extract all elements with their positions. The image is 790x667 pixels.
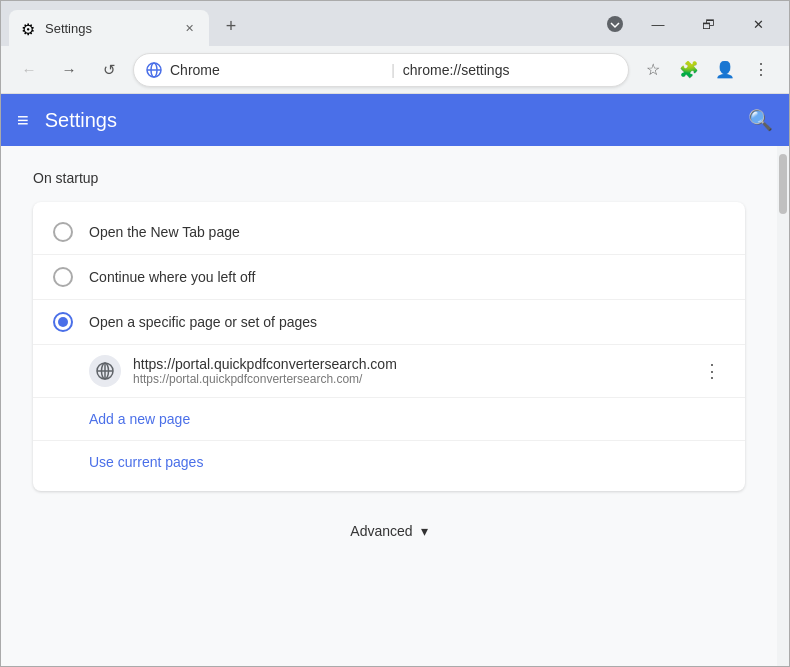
startup-card: Open the New Tab page Continue where you… — [33, 202, 745, 491]
radio-inner-selected — [58, 317, 68, 327]
maximize-button[interactable]: 🗗 — [685, 8, 731, 40]
url-text: chrome://settings — [403, 62, 616, 78]
profile-button[interactable]: 👤 — [709, 54, 741, 86]
add-new-page-text[interactable]: Add a new page — [89, 411, 190, 427]
use-current-pages-link[interactable]: Use current pages — [33, 441, 745, 483]
settings-content: PC On startup Open the New Tab page Cont… — [1, 146, 777, 666]
scrollbar[interactable] — [777, 146, 789, 666]
option-continue[interactable]: Continue where you left off — [33, 255, 745, 299]
url-entry: https://portal.quickpdfconvertersearch.c… — [33, 344, 745, 397]
svg-point-0 — [607, 16, 623, 32]
extensions-button[interactable]: 🧩 — [673, 54, 705, 86]
title-bar: ⚙ Settings ✕ + — 🗗 ✕ — [1, 1, 789, 46]
bookmark-button[interactable]: ☆ — [637, 54, 669, 86]
address-favicon — [146, 62, 162, 78]
minimize-button[interactable]: — — [635, 8, 681, 40]
settings-header-title: Settings — [45, 109, 117, 132]
option-specific[interactable]: Open a specific page or set of pages — [33, 300, 745, 344]
address-divider: | — [391, 62, 395, 78]
url-sub: https://portal.quickpdfconvertersearch.c… — [133, 372, 687, 386]
advanced-section[interactable]: Advanced ▾ — [33, 523, 745, 539]
window-controls: — 🗗 ✕ — [599, 8, 781, 46]
url-menu-button[interactable]: ⋮ — [699, 356, 725, 386]
nav-bar: ← → ↺ Chrome | chrome://settings ☆ 🧩 👤 ⋮ — [1, 46, 789, 94]
settings-header: ≡ Settings 🔍 — [1, 94, 789, 146]
chrome-dropdown-button[interactable] — [599, 8, 631, 40]
address-bar[interactable]: Chrome | chrome://settings — [133, 53, 629, 87]
tab-favicon: ⚙ — [21, 20, 37, 36]
hamburger-icon[interactable]: ≡ — [17, 109, 29, 132]
tab-title: Settings — [45, 21, 173, 36]
active-tab[interactable]: ⚙ Settings ✕ — [9, 10, 209, 46]
radio-continue[interactable] — [53, 267, 73, 287]
content-wrapper: PC On startup Open the New Tab page Cont… — [1, 146, 789, 666]
option-specific-label: Open a specific page or set of pages — [89, 314, 317, 330]
advanced-arrow-icon[interactable]: ▾ — [421, 523, 428, 539]
menu-button[interactable]: ⋮ — [745, 54, 777, 86]
radio-specific[interactable] — [53, 312, 73, 332]
tab-close-button[interactable]: ✕ — [181, 20, 197, 36]
option-continue-label: Continue where you left off — [89, 269, 255, 285]
nav-icons: ☆ 🧩 👤 ⋮ — [637, 54, 777, 86]
settings-search-icon[interactable]: 🔍 — [748, 108, 773, 132]
browser-window: ⚙ Settings ✕ + — 🗗 ✕ ← → ↺ Chrome | chro… — [0, 0, 790, 667]
use-current-pages-text[interactable]: Use current pages — [89, 454, 203, 470]
url-texts: https://portal.quickpdfconvertersearch.c… — [133, 356, 687, 386]
back-button[interactable]: ← — [13, 54, 45, 86]
forward-button[interactable]: → — [53, 54, 85, 86]
site-name: Chrome — [170, 62, 383, 78]
radio-new-tab[interactable] — [53, 222, 73, 242]
url-globe-icon — [89, 355, 121, 387]
url-main: https://portal.quickpdfconvertersearch.c… — [133, 356, 687, 372]
refresh-button[interactable]: ↺ — [93, 54, 125, 86]
section-title: On startup — [33, 170, 745, 186]
scrollbar-thumb[interactable] — [779, 154, 787, 214]
close-button[interactable]: ✕ — [735, 8, 781, 40]
advanced-label: Advanced — [350, 523, 412, 539]
add-new-page-link[interactable]: Add a new page — [33, 398, 745, 440]
option-new-tab[interactable]: Open the New Tab page — [33, 210, 745, 254]
new-tab-button[interactable]: + — [217, 12, 245, 40]
option-new-tab-label: Open the New Tab page — [89, 224, 240, 240]
